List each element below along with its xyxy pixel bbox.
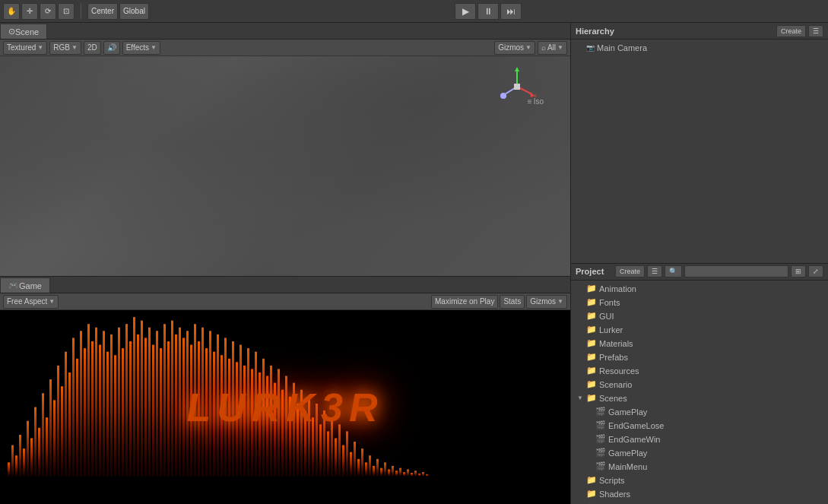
stats-label: Stats xyxy=(503,297,521,306)
effects-dropdown[interactable]: Effects ▼ xyxy=(122,41,160,55)
project-item-scripts[interactable]: 📁Scripts xyxy=(571,474,828,487)
project-search-button[interactable]: 🔍 xyxy=(665,265,682,277)
proj-label-12: GamePlay xyxy=(608,449,647,458)
svg-rect-107 xyxy=(384,462,386,476)
play-button[interactable]: ▶ xyxy=(455,3,476,20)
project-item-gameplay[interactable]: 🎬GamePlay xyxy=(571,446,828,460)
svg-rect-9 xyxy=(11,445,14,477)
scene-view[interactable]: x ≡ Iso xyxy=(0,56,570,276)
svg-rect-25 xyxy=(72,338,75,476)
project-item-soundslurker[interactable]: 📁SoundsLurker xyxy=(571,501,828,505)
svg-rect-104 xyxy=(373,466,375,477)
proj-label-4: Materials xyxy=(599,339,633,348)
game-tab-label: Game xyxy=(19,281,42,290)
gizmos-dropdown[interactable]: Gizmos ▼ xyxy=(494,41,535,55)
twod-button[interactable]: 2D xyxy=(84,41,101,55)
proj-label-8: Scenes xyxy=(599,394,627,403)
top-toolbar: ✋ ✛ ⟳ ⊡ Center Global ▶ ⏸ ⏭ xyxy=(0,0,828,23)
svg-rect-40 xyxy=(129,341,132,477)
project-item-scenario[interactable]: 📁Scenario xyxy=(571,378,828,391)
tab-game[interactable]: 🎮 Game xyxy=(0,277,50,293)
pause-button[interactable]: ⏸ xyxy=(477,3,499,20)
svg-rect-18 xyxy=(46,417,48,476)
proj-label-14: Scripts xyxy=(599,476,625,485)
camera-icon: 📷 xyxy=(586,44,595,52)
svg-rect-47 xyxy=(156,331,158,476)
svg-rect-41 xyxy=(133,317,135,476)
right-panels: Hierarchy Create ☰ 📷 Main Camera Project… xyxy=(570,23,828,504)
folder-icon-3: 📁 xyxy=(586,325,597,334)
project-item-resources[interactable]: 📁Resources xyxy=(571,364,828,378)
move-tool-button[interactable]: ✛ xyxy=(21,3,38,20)
global-button[interactable]: Global xyxy=(119,3,149,20)
scene-toolbar: Textured ▼ RGB ▼ 2D 🔊 Effects ▼ Gizm xyxy=(0,40,570,56)
effects-label: Effects xyxy=(126,43,149,52)
folder-icon-0: 📁 xyxy=(586,284,597,293)
project-item-animation[interactable]: 📁Animation xyxy=(571,282,828,296)
tab-scene[interactable]: ⊙ Scene xyxy=(0,24,47,39)
project-options-button[interactable]: ☰ xyxy=(647,265,662,277)
gizmos-dropdown-arrow: ▼ xyxy=(525,44,531,51)
svg-rect-100 xyxy=(357,459,360,477)
hierarchy-create-button[interactable]: Create xyxy=(776,25,806,37)
svg-rect-23 xyxy=(65,352,67,477)
project-item-materials[interactable]: 📁Materials xyxy=(571,337,828,350)
project-item-shaders[interactable]: 📁Shaders xyxy=(571,487,828,501)
hand-tool-button[interactable]: ✋ xyxy=(3,3,20,20)
textured-dropdown[interactable]: Textured ▼ xyxy=(3,41,47,55)
svg-rect-113 xyxy=(407,469,409,476)
game-panel: 🎮 Game Free Aspect ▼ Maximize on Play St… xyxy=(0,276,570,504)
audio-toggle[interactable]: 🔊 xyxy=(103,41,120,55)
project-item-scenes[interactable]: ▼📁Scenes xyxy=(571,391,828,405)
game-view[interactable]: LURK3R xyxy=(0,310,570,504)
search-dropdown-arrow: ▼ xyxy=(557,44,563,51)
rgb-dropdown[interactable]: RGB ▼ xyxy=(49,41,81,55)
svg-rect-54 xyxy=(182,338,185,476)
project-item-endgamewin[interactable]: 🎬EndGameWin xyxy=(571,433,828,446)
svg-rect-24 xyxy=(68,372,71,477)
folder-icon-2: 📁 xyxy=(586,311,597,321)
maximize-on-play-button[interactable]: Maximize on Play xyxy=(431,295,498,309)
svg-rect-44 xyxy=(144,338,147,476)
svg-rect-103 xyxy=(369,455,371,476)
project-expand-button[interactable]: ⤢ xyxy=(808,265,823,277)
svg-rect-48 xyxy=(160,348,162,476)
game-gizmos-dropdown[interactable]: Gizmos ▼ xyxy=(526,295,567,309)
project-layout-button[interactable]: ⊞ xyxy=(791,265,806,277)
svg-rect-52 xyxy=(175,334,177,477)
hierarchy-item-main-camera[interactable]: 📷 Main Camera xyxy=(571,41,828,55)
svg-rect-114 xyxy=(411,473,413,477)
svg-rect-21 xyxy=(57,366,59,477)
center-button[interactable]: Center xyxy=(87,3,118,20)
folder-icon-8: 📁 xyxy=(586,393,597,403)
scene-gizmo[interactable]: x ≡ Iso xyxy=(494,64,540,109)
scene-toolbar-right: Gizmos ▼ ⌕ All ▼ xyxy=(494,41,567,55)
folder-icon-4: 📁 xyxy=(586,338,597,348)
svg-rect-19 xyxy=(49,379,52,477)
svg-rect-118 xyxy=(426,474,428,477)
step-button[interactable]: ⏭ xyxy=(500,3,522,20)
project-create-button[interactable]: Create xyxy=(615,265,645,277)
proj-label-2: GUI xyxy=(599,312,614,321)
project-item-gameplay[interactable]: 🎬GamePlay xyxy=(571,405,828,419)
project-item-prefabs[interactable]: 📁Prefabs xyxy=(571,350,828,364)
rotate-tool-button[interactable]: ⟳ xyxy=(40,3,56,20)
stats-button[interactable]: Stats xyxy=(500,295,525,309)
project-item-lurker[interactable]: 📁Lurker xyxy=(571,323,828,337)
svg-rect-11 xyxy=(19,435,21,477)
hierarchy-options-button[interactable]: ☰ xyxy=(808,25,823,37)
project-search-input[interactable] xyxy=(684,265,788,277)
svg-rect-116 xyxy=(418,474,420,477)
project-item-gui[interactable]: 📁GUI xyxy=(571,309,828,323)
project-item-mainmenu[interactable]: 🎬MainMenu xyxy=(571,460,828,474)
scene-tab-bar: ⊙ Scene xyxy=(0,23,570,40)
hierarchy-content: 📷 Main Camera xyxy=(571,40,828,263)
scale-tool-button[interactable]: ⊡ xyxy=(58,3,75,20)
project-item-endgamelose[interactable]: 🎬EndGameLose xyxy=(571,419,828,433)
project-item-fonts[interactable]: 📁Fonts xyxy=(571,296,828,309)
proj-label-11: EndGameWin xyxy=(608,435,660,444)
free-aspect-dropdown[interactable]: Free Aspect ▼ xyxy=(3,295,59,309)
search-field[interactable]: ⌕ All ▼ xyxy=(538,41,567,55)
pivot-tools: Center Global xyxy=(87,3,149,20)
proj-label-5: Prefabs xyxy=(599,353,628,362)
